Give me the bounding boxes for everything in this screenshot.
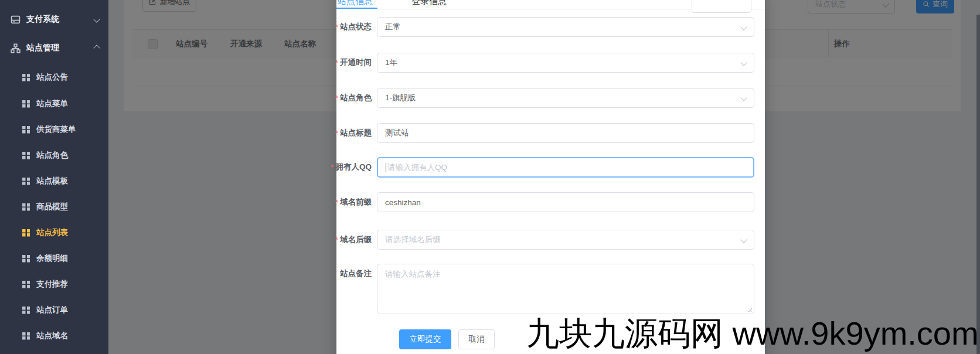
- cancel-button[interactable]: 取消: [458, 329, 495, 349]
- required-mark: *: [335, 198, 338, 207]
- grid-icon: [22, 203, 30, 211]
- form-row: *站点角色 1-旗舰版: [336, 88, 765, 109]
- form-row: 站点备注 请输入站点备注: [336, 264, 765, 314]
- owner-qq-placeholder: 请输入拥有人QQ: [387, 162, 447, 173]
- grid-icon: [22, 229, 30, 237]
- sidebar-item-label: 余额明细: [36, 253, 68, 264]
- sidebar-item-label: 站点角色: [36, 150, 68, 161]
- owner-qq-input[interactable]: 请输入拥有人QQ: [377, 157, 754, 178]
- form-row: *域名后缀 请选择域名后缀: [336, 230, 765, 251]
- field-label: *站点标题: [336, 123, 372, 143]
- field-label: *站点角色: [336, 88, 372, 108]
- site-role-select[interactable]: 1-旗舰版: [377, 88, 754, 108]
- sidebar-item-payment-system[interactable]: 支付系统: [0, 11, 108, 28]
- site-title-value: 测试站: [385, 128, 409, 138]
- field-label: *域名前缀: [336, 192, 372, 212]
- form-row: *站点标题 测试站: [336, 123, 765, 144]
- grid-icon: [22, 152, 30, 159]
- sidebar-item-label: 站点公告: [36, 72, 68, 83]
- chevron-down-icon: [740, 236, 747, 243]
- chevron-up-icon: [93, 45, 100, 51]
- site-title-input[interactable]: 测试站: [377, 123, 754, 143]
- sidebar-group-label: 站点管理: [26, 43, 59, 53]
- grid-icon: [22, 255, 30, 263]
- grid-icon: [22, 74, 30, 81]
- site-status-select[interactable]: 正常: [377, 17, 754, 37]
- tab-login-info[interactable]: 登录信息: [411, 0, 447, 7]
- required-mark: *: [335, 59, 338, 67]
- sidebar-item-site-domain[interactable]: 站点域名: [0, 323, 108, 349]
- form-row: *域名前缀 ceshizhan: [336, 192, 765, 213]
- sidebar-item-site-role[interactable]: 站点角色: [0, 142, 108, 168]
- submit-button[interactable]: 立即提交: [399, 329, 451, 349]
- chevron-down-icon: [93, 16, 100, 22]
- sidebar-item-product-model[interactable]: 商品模型: [0, 194, 108, 220]
- site-remark-placeholder: 请输入站点备注: [385, 269, 441, 280]
- grid-icon: [22, 307, 30, 314]
- field-label: *域名后缀: [336, 230, 372, 250]
- site-role-value: 1-旗舰版: [385, 93, 416, 103]
- sidebar-item-balance-detail[interactable]: 余额明细: [0, 246, 108, 271]
- sidebar-item-payment-recommend[interactable]: 支付推荐: [0, 271, 108, 297]
- tab-label: 站点信息: [338, 0, 373, 7]
- sidebar-item-label: 商品模型: [36, 202, 68, 212]
- grid-icon: [22, 100, 30, 108]
- sidebar-item-site-menu[interactable]: 站点菜单: [0, 91, 108, 117]
- sidebar-item-supplier-menu[interactable]: 供货商菜单: [0, 117, 108, 142]
- sidebar-item-label: 站点订单: [36, 305, 68, 315]
- open-duration-select[interactable]: 1年: [377, 53, 754, 73]
- vertical-scrollbar[interactable]: [976, 15, 980, 354]
- sidebar-item-site-order[interactable]: 站点订单: [0, 297, 108, 323]
- domain-prefix-value: ceshizhan: [385, 198, 421, 207]
- field-label: *开通时间: [336, 53, 372, 73]
- grid-icon: [22, 332, 30, 340]
- active-tab-underline: [336, 8, 377, 9]
- credit-card-icon: [11, 15, 21, 25]
- sidebar-item-label: 站点域名: [36, 331, 68, 341]
- sidebar-item-site-announcement[interactable]: 站点公告: [0, 64, 108, 90]
- field-label: *拥有人QQ: [336, 157, 372, 177]
- site-dialog: 站点信息 登录信息 *站点状态 正常 *开通时间 1年 *站点角色: [336, 0, 765, 354]
- form-row: *拥有人QQ 请输入拥有人QQ: [336, 157, 765, 178]
- sidebar-group-label: 支付系统: [26, 14, 59, 25]
- required-mark: *: [335, 236, 338, 244]
- required-mark: *: [335, 129, 338, 138]
- sidebar: 支付系统 站点管理 站点公告 站点菜单 供货商菜: [0, 0, 108, 354]
- textarea-resize-handle[interactable]: [747, 307, 752, 312]
- grid-icon: [22, 281, 30, 288]
- domain-suffix-placeholder: 请选择域名后缀: [385, 234, 441, 245]
- field-label: *站点状态: [336, 17, 372, 37]
- dialog-top-right-input[interactable]: [692, 0, 751, 13]
- domain-suffix-select[interactable]: 请选择域名后缀: [377, 230, 754, 250]
- submit-button-label: 立即提交: [410, 334, 441, 345]
- sidebar-item-site-management[interactable]: 站点管理: [0, 40, 108, 56]
- domain-prefix-input[interactable]: ceshizhan: [377, 192, 754, 212]
- form-row: *站点状态 正常: [336, 17, 765, 38]
- open-duration-value: 1年: [385, 57, 397, 68]
- site-status-value: 正常: [385, 22, 401, 32]
- sidebar-item-label: 站点菜单: [36, 98, 68, 109]
- sidebar-item-label: 支付推荐: [36, 279, 68, 290]
- chevron-down-icon: [740, 94, 747, 101]
- required-mark: *: [335, 23, 338, 32]
- grid-icon: [22, 126, 30, 134]
- chevron-down-icon: [740, 59, 747, 66]
- tab-site-info[interactable]: 站点信息: [338, 0, 373, 7]
- sidebar-item-site-template[interactable]: 站点模板: [0, 168, 108, 194]
- form-row: *开通时间 1年: [336, 53, 765, 74]
- tab-label: 登录信息: [411, 0, 447, 7]
- sidebar-item-site-list[interactable]: 站点列表: [0, 220, 108, 246]
- sidebar-item-label: 站点模板: [36, 176, 68, 186]
- sitemap-icon: [11, 43, 21, 53]
- field-label: 站点备注: [336, 264, 372, 284]
- site-remark-textarea[interactable]: 请输入站点备注: [377, 264, 754, 314]
- required-mark: *: [331, 163, 334, 172]
- required-mark: *: [335, 94, 338, 103]
- grid-icon: [22, 178, 30, 185]
- text-cursor: [386, 163, 386, 172]
- sidebar-item-label: 供货商菜单: [36, 124, 76, 135]
- sidebar-item-label: 站点列表: [36, 227, 68, 238]
- screen: 支付系统 站点管理 站点公告 站点菜单 供货商菜: [0, 0, 980, 354]
- cancel-button-label: 取消: [469, 334, 485, 345]
- chevron-down-icon: [740, 23, 747, 30]
